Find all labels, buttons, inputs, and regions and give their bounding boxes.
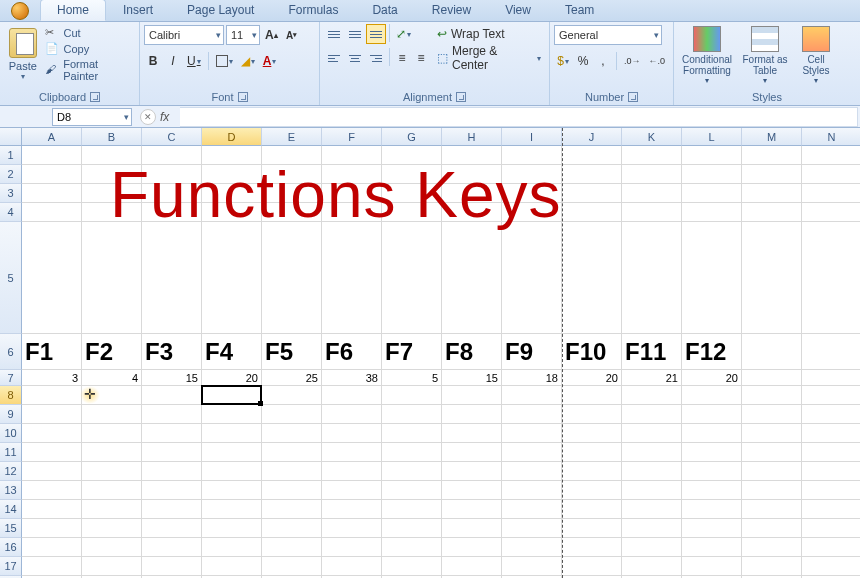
cell-M17[interactable] — [742, 557, 802, 576]
row-header-16[interactable]: 16 — [0, 538, 22, 557]
cell-K14[interactable] — [622, 500, 682, 519]
row-header-1[interactable]: 1 — [0, 146, 22, 165]
cell-I11[interactable] — [502, 443, 562, 462]
cell-L13[interactable] — [682, 481, 742, 500]
cell-C12[interactable] — [142, 462, 202, 481]
format-as-table-button[interactable]: Format as Table▾ — [736, 24, 794, 89]
cell-E7[interactable]: 25 — [262, 370, 322, 386]
cell-L2[interactable] — [682, 165, 742, 184]
cell-G8[interactable] — [382, 386, 442, 405]
cell-K7[interactable]: 21 — [622, 370, 682, 386]
cell-G14[interactable] — [382, 500, 442, 519]
cell-E3[interactable] — [262, 184, 322, 203]
col-header-D[interactable]: D — [202, 128, 262, 146]
cell-N13[interactable] — [802, 481, 860, 500]
cell-G6[interactable]: F7 — [382, 334, 442, 370]
column-headers[interactable]: ABCDEFGHIJKLMN — [22, 128, 860, 146]
cell-E6[interactable]: F5 — [262, 334, 322, 370]
cell-I2[interactable] — [502, 165, 562, 184]
cell-F17[interactable] — [322, 557, 382, 576]
conditional-formatting-button[interactable]: Conditional Formatting▾ — [678, 24, 736, 89]
cell-N3[interactable] — [802, 184, 860, 203]
cell-E16[interactable] — [262, 538, 322, 557]
cell-L7[interactable]: 20 — [682, 370, 742, 386]
cell-J16[interactable] — [562, 538, 622, 557]
cell-E12[interactable] — [262, 462, 322, 481]
cell-K12[interactable] — [622, 462, 682, 481]
cell-D9[interactable] — [202, 405, 262, 424]
row-header-5[interactable]: 5 — [0, 222, 22, 334]
cell-J13[interactable] — [562, 481, 622, 500]
cell-M9[interactable] — [742, 405, 802, 424]
cell-B17[interactable] — [82, 557, 142, 576]
font-name-combo[interactable]: Calibri — [144, 25, 224, 45]
col-header-C[interactable]: C — [142, 128, 202, 146]
cell-I8[interactable] — [502, 386, 562, 405]
cell-H4[interactable] — [442, 203, 502, 222]
formula-input[interactable] — [180, 107, 858, 127]
cell-B7[interactable]: 4 — [82, 370, 142, 386]
cell-D6[interactable]: F4 — [202, 334, 262, 370]
cell-I13[interactable] — [502, 481, 562, 500]
cell-E2[interactable] — [262, 165, 322, 184]
format-painter-button[interactable]: 🖌Format Painter — [45, 58, 135, 82]
cell-D3[interactable] — [202, 184, 262, 203]
align-top-button[interactable] — [324, 24, 344, 44]
cell-H11[interactable] — [442, 443, 502, 462]
cell-D12[interactable] — [202, 462, 262, 481]
cell-M1[interactable] — [742, 146, 802, 165]
cell-A13[interactable] — [22, 481, 82, 500]
align-left-button[interactable] — [324, 48, 344, 68]
cell-C8[interactable] — [142, 386, 202, 405]
cell-K9[interactable] — [622, 405, 682, 424]
cell-F8[interactable] — [322, 386, 382, 405]
cell-H6[interactable]: F8 — [442, 334, 502, 370]
cell-J7[interactable]: 20 — [562, 370, 622, 386]
cell-G13[interactable] — [382, 481, 442, 500]
cell-N5[interactable] — [802, 222, 860, 334]
cell-M16[interactable] — [742, 538, 802, 557]
cell-D2[interactable] — [202, 165, 262, 184]
cell-K16[interactable] — [622, 538, 682, 557]
cell-M14[interactable] — [742, 500, 802, 519]
cell-D16[interactable] — [202, 538, 262, 557]
cell-G3[interactable] — [382, 184, 442, 203]
col-header-K[interactable]: K — [622, 128, 682, 146]
cell-K17[interactable] — [622, 557, 682, 576]
cell-K11[interactable] — [622, 443, 682, 462]
cell-H15[interactable] — [442, 519, 502, 538]
cell-E17[interactable] — [262, 557, 322, 576]
cell-A8[interactable] — [22, 386, 82, 405]
cell-L17[interactable] — [682, 557, 742, 576]
cell-C6[interactable]: F3 — [142, 334, 202, 370]
cell-B14[interactable] — [82, 500, 142, 519]
cell-L14[interactable] — [682, 500, 742, 519]
row-headers[interactable]: 1234567891011121314151617181920 — [0, 146, 22, 578]
cell-F12[interactable] — [322, 462, 382, 481]
cell-A3[interactable] — [22, 184, 82, 203]
cell-I9[interactable] — [502, 405, 562, 424]
cancel-formula-icon[interactable]: ✕ — [140, 109, 156, 125]
row-header-17[interactable]: 17 — [0, 557, 22, 576]
cell-A15[interactable] — [22, 519, 82, 538]
cell-A5[interactable] — [22, 222, 82, 334]
cell-L16[interactable] — [682, 538, 742, 557]
cell-I17[interactable] — [502, 557, 562, 576]
cell-A14[interactable] — [22, 500, 82, 519]
cell-H9[interactable] — [442, 405, 502, 424]
cell-D11[interactable] — [202, 443, 262, 462]
cell-L12[interactable] — [682, 462, 742, 481]
cell-D15[interactable] — [202, 519, 262, 538]
cell-N6[interactable] — [802, 334, 860, 370]
cell-M8[interactable] — [742, 386, 802, 405]
tab-data[interactable]: Data — [355, 0, 414, 21]
cut-button[interactable]: ✂Cut — [45, 26, 135, 40]
col-header-E[interactable]: E — [262, 128, 322, 146]
font-launcher[interactable] — [238, 92, 248, 102]
cell-F15[interactable] — [322, 519, 382, 538]
cell-M3[interactable] — [742, 184, 802, 203]
cell-N10[interactable] — [802, 424, 860, 443]
decrease-decimal-button[interactable]: ←.0 — [646, 51, 669, 71]
row-header-8[interactable]: 8 — [0, 386, 22, 405]
cell-N15[interactable] — [802, 519, 860, 538]
